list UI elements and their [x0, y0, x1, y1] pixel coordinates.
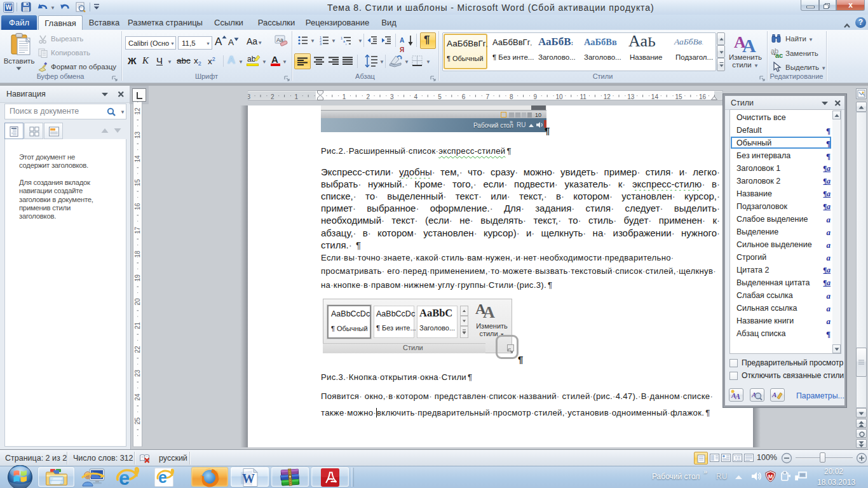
svg-text:8: 8 — [510, 93, 513, 100]
svg-text:i: i — [346, 43, 346, 45]
svg-text:24: 24 — [134, 393, 141, 401]
svg-text:7: 7 — [485, 93, 489, 100]
svg-text:19: 19 — [134, 274, 141, 282]
svg-text:25: 25 — [134, 417, 141, 425]
svg-text:20: 20 — [134, 298, 141, 306]
svg-text:M: M — [768, 473, 773, 480]
svg-text:21: 21 — [134, 322, 141, 330]
svg-text:3: 3 — [248, 93, 250, 100]
svg-text:15: 15 — [134, 179, 141, 187]
svg-text:W: W — [242, 471, 255, 485]
svg-text:3: 3 — [320, 42, 322, 45]
svg-text:14: 14 — [134, 155, 141, 163]
svg-text:10: 10 — [555, 93, 563, 100]
svg-text:1: 1 — [342, 93, 346, 100]
svg-text:2: 2 — [366, 93, 370, 100]
svg-text:12: 12 — [604, 93, 611, 100]
svg-text:12: 12 — [134, 107, 141, 115]
svg-text:1: 1 — [341, 36, 342, 40]
svg-text:16: 16 — [699, 93, 707, 100]
svg-text:18: 18 — [134, 250, 141, 258]
svg-text:23: 23 — [134, 370, 141, 377]
svg-text:13: 13 — [134, 132, 141, 139]
svg-text:14: 14 — [651, 93, 659, 100]
svg-text:5: 5 — [438, 93, 442, 100]
svg-text:15: 15 — [675, 93, 682, 100]
svg-text:W: W — [6, 4, 12, 11]
svg-text:22: 22 — [134, 346, 141, 353]
svg-text:13: 13 — [627, 93, 635, 100]
svg-text:11: 11 — [580, 93, 587, 100]
svg-text:2: 2 — [271, 93, 275, 100]
svg-text:A: A — [771, 391, 776, 398]
svg-text:16: 16 — [134, 203, 141, 210]
svg-text:6: 6 — [462, 93, 466, 100]
svg-text:A: A — [735, 392, 740, 401]
svg-text:1: 1 — [295, 93, 299, 100]
svg-text:4: 4 — [414, 93, 418, 100]
svg-text:17: 17 — [134, 227, 141, 234]
svg-text:9: 9 — [534, 93, 538, 100]
svg-text:3: 3 — [390, 93, 394, 100]
